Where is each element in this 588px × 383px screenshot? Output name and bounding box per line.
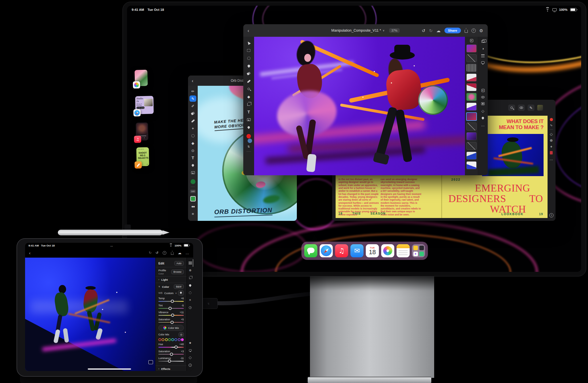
fill-tool[interactable]: ◆ — [189, 140, 196, 146]
eraser-tool[interactable] — [189, 110, 196, 117]
blue-dot[interactable] — [174, 338, 177, 341]
photoshop-window[interactable]: … ‹ Manipulation_Composite_V11 * ∨ 37% ↺… — [243, 24, 488, 175]
photo-canvas[interactable] — [25, 258, 155, 371]
share-icon[interactable] — [171, 252, 173, 254]
swatchbook-icon[interactable] — [550, 151, 553, 154]
photos-app-icon[interactable] — [133, 81, 140, 89]
place-image-tool[interactable] — [245, 117, 252, 123]
dock-music-icon[interactable]: ♫ — [335, 244, 348, 257]
current-color-swatch[interactable] — [191, 179, 195, 184]
target-button[interactable]: ◎ — [179, 332, 184, 337]
pencil-tool[interactable]: ✎ — [528, 105, 534, 111]
dock-calendar-icon[interactable]: TUE 18 — [366, 244, 379, 257]
comments-icon[interactable] — [481, 61, 485, 64]
zoom-tool[interactable] — [245, 86, 252, 92]
temp-slider[interactable] — [158, 301, 184, 302]
zoom-tool[interactable] — [508, 105, 515, 111]
home-indicator[interactable] — [88, 368, 131, 370]
photoshop-canvas[interactable] — [254, 37, 465, 175]
crop-tool[interactable] — [245, 101, 252, 107]
dock-app-library-icon[interactable]: ★ — [412, 244, 425, 257]
layer-thumbnail-orb[interactable] — [466, 93, 477, 101]
undo-icon[interactable]: ↺ — [422, 28, 425, 33]
vibrance-slider[interactable] — [158, 315, 184, 316]
more-icon[interactable]: … — [481, 123, 485, 127]
saturation-slider[interactable] — [158, 322, 184, 323]
aqua-dot[interactable] — [171, 338, 174, 341]
fill-tool[interactable]: ◆ — [245, 93, 252, 100]
crop-tool[interactable] — [187, 274, 193, 282]
lasso-tool[interactable] — [189, 133, 196, 139]
vector-brush-tool[interactable]: ✐ — [189, 103, 196, 109]
brush-size-badge[interactable]: 180 — [190, 190, 195, 193]
layer-thumbnail-curve[interactable] — [466, 142, 477, 150]
layer-thumbnail[interactable] — [466, 161, 477, 169]
stage-thumbnail-safari[interactable]: Studio 2a 650 sq. ft. $450/day BOOK NOW — [135, 96, 154, 114]
edit-tool-selected[interactable] — [187, 259, 193, 267]
browse-button[interactable]: Browse — [171, 270, 184, 274]
layer-thumbnail-curve[interactable] — [466, 54, 477, 62]
stroke-tool[interactable]: ∿ — [550, 124, 552, 127]
eyedropper-tool[interactable] — [245, 124, 252, 131]
undo-icon[interactable]: ↺ — [156, 251, 158, 254]
layer-thumbnail[interactable] — [466, 132, 477, 140]
dock-mail-icon[interactable]: ✉ — [350, 244, 364, 257]
color-mix-button[interactable]: Color Mix — [158, 325, 184, 331]
lasso-tool[interactable] — [245, 55, 252, 61]
wb-value[interactable]: Custom — [164, 292, 174, 295]
wb-eyedropper-button[interactable] — [178, 290, 184, 296]
luminance-slider[interactable] — [158, 361, 184, 362]
adjust-tool[interactable]: ≡ — [189, 211, 196, 217]
brush-tool[interactable] — [245, 63, 252, 69]
multitask-dots[interactable]: … — [110, 244, 113, 247]
layer-thumbnail[interactable] — [466, 44, 477, 52]
comment-icon[interactable] — [187, 347, 193, 354]
auto-button[interactable]: Auto — [174, 261, 184, 266]
battery-icon[interactable] — [570, 8, 577, 11]
redo-icon[interactable]: ↻ — [149, 251, 152, 254]
mix-saturation-slider[interactable] — [158, 354, 184, 355]
rate-star-icon[interactable]: ★ — [187, 339, 193, 347]
stage-thumbnail-pages[interactable]: JOB #0075 SHOOT RD.3 SELECTS 2A — [136, 147, 149, 166]
wifi-icon[interactable] — [546, 8, 550, 11]
versions-tool[interactable] — [187, 304, 193, 311]
hand-tool[interactable]: ⊕ — [550, 138, 553, 142]
red-dot[interactable] — [158, 338, 161, 341]
layer-color-swatch[interactable] — [190, 196, 196, 201]
type-tool[interactable]: T — [189, 155, 196, 161]
healing-tool[interactable] — [245, 78, 252, 84]
export-icon[interactable] — [465, 30, 468, 33]
brush-tool[interactable] — [187, 282, 193, 289]
cloud-sync-icon[interactable]: ☁ — [178, 251, 181, 255]
magic-wand-tool[interactable]: ⊙ — [189, 147, 196, 154]
layer-thumbnail[interactable] — [466, 103, 477, 111]
bw-button[interactable]: B&W — [174, 284, 184, 289]
layer-thumbnail-curve[interactable] — [466, 123, 477, 131]
dock-notes-icon[interactable] — [397, 244, 410, 257]
light-section-header[interactable]: › Light — [158, 278, 184, 281]
move-tool[interactable]: + — [189, 125, 196, 131]
yellow-dot[interactable] — [165, 338, 168, 341]
back-chevron-icon[interactable]: ‹ — [29, 251, 30, 255]
healing-tool[interactable]: ⊕ — [187, 267, 193, 274]
move-tool[interactable]: + — [550, 145, 552, 148]
clip-icon[interactable]: ◇ — [481, 109, 484, 113]
background-color-swatch[interactable] — [247, 138, 252, 143]
purple-dot[interactable] — [178, 338, 181, 341]
cloud-sync-icon[interactable]: ☁ — [436, 28, 441, 33]
shapes-tool[interactable]: ◇ — [550, 132, 553, 136]
live-brush-tool[interactable]: ✎ — [189, 95, 196, 102]
effects-icon[interactable]: ◑ — [482, 47, 484, 50]
more-icon[interactable]: … — [185, 251, 189, 255]
tint-slider[interactable] — [158, 308, 184, 309]
place-image-tool[interactable] — [189, 170, 196, 176]
screen-mirroring-icon[interactable] — [552, 8, 557, 11]
title-caret-icon[interactable]: ∨ — [383, 29, 385, 32]
preview-eye-tool[interactable] — [518, 105, 525, 111]
orange-dot[interactable] — [162, 338, 164, 341]
back-chevron-icon[interactable]: ‹ — [248, 28, 249, 33]
move-tool[interactable] — [245, 40, 252, 46]
green-dot[interactable] — [168, 338, 171, 341]
share-button[interactable]: Share — [444, 28, 461, 33]
presets-tool[interactable]: ≡ — [187, 296, 193, 304]
